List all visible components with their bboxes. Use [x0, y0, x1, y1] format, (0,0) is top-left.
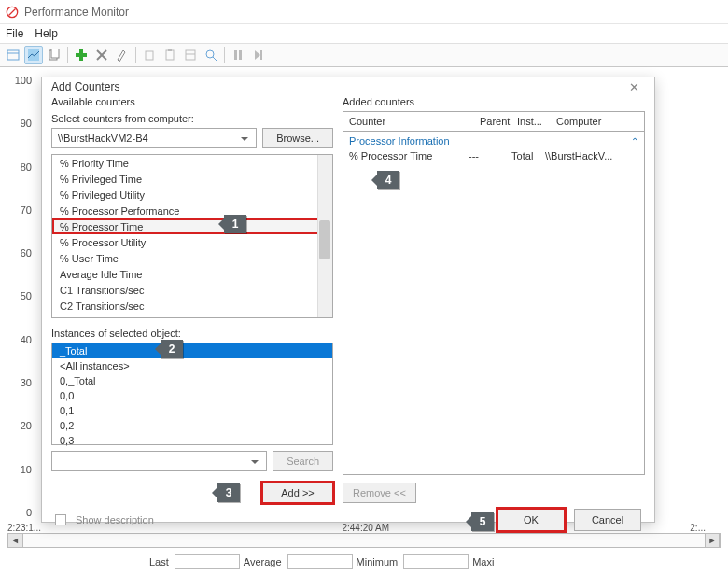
scroll-left-icon[interactable]: ◄	[8, 534, 23, 547]
ytick: 0	[26, 507, 32, 518]
next-icon[interactable]	[249, 46, 268, 64]
tool-perf-icon[interactable]	[24, 46, 43, 64]
counter-item[interactable]: % User Time	[52, 250, 332, 266]
remove-button[interactable]: Remove <<	[343, 483, 416, 503]
svg-rect-21	[260, 50, 262, 60]
svg-rect-12	[166, 50, 174, 60]
svg-rect-11	[146, 51, 153, 60]
svg-rect-8	[76, 53, 87, 57]
instance-item[interactable]: 0,0	[52, 388, 332, 403]
instance-item[interactable]: 0,3	[52, 433, 332, 448]
dialog-title: Add Counters	[51, 80, 119, 93]
added-parent: ---	[469, 150, 506, 161]
toolbar-sep	[67, 47, 68, 63]
close-icon[interactable]: ✕	[623, 77, 645, 96]
counter-item[interactable]: % Privileged Utility	[52, 187, 332, 203]
svg-rect-2	[7, 50, 19, 60]
counter-item[interactable]: C2 Transitions/sec	[52, 298, 332, 314]
ytick: 70	[21, 204, 32, 216]
ok-button[interactable]: OK	[497, 509, 565, 531]
xtick-left: 2:23:1...	[7, 523, 41, 533]
add-icon[interactable]	[72, 46, 91, 64]
counter-item[interactable]: Average Idle Time	[52, 266, 332, 282]
annotation-4: 4	[377, 171, 399, 189]
show-desc-label: Show description	[76, 514, 154, 525]
instance-search-combo[interactable]	[51, 451, 267, 471]
delete-icon[interactable]	[92, 46, 111, 64]
svg-rect-13	[168, 49, 172, 51]
instance-item-selected[interactable]: _Total	[52, 343, 332, 358]
added-label: Added counters	[343, 96, 645, 107]
svg-line-17	[213, 57, 217, 61]
ytick: 30	[21, 377, 32, 388]
instance-item[interactable]: 0,2	[52, 418, 332, 433]
col-parent[interactable]: Parent	[474, 116, 511, 127]
xtick-right: 2:...	[690, 523, 706, 533]
svg-point-16	[206, 50, 214, 58]
added-group[interactable]: Processor Information ⌃	[343, 132, 644, 148]
ytick: 80	[21, 161, 32, 173]
stat-min-label: Minimum	[357, 556, 399, 567]
added-columns: Counter Parent Inst... Computer	[343, 111, 645, 132]
instances-label: Instances of selected object:	[51, 328, 333, 339]
scroll-thumb[interactable]	[319, 220, 330, 259]
added-panel: Added counters Counter Parent Inst... Co…	[343, 96, 645, 503]
col-inst[interactable]: Inst...	[511, 116, 551, 127]
svg-rect-14	[186, 50, 195, 60]
stat-max-label: Maxi	[472, 556, 494, 567]
ytick: 20	[21, 420, 32, 431]
counters-list[interactable]: % Priority Time % Privileged Time % Priv…	[51, 154, 333, 318]
annotation-1: 1	[224, 215, 246, 233]
added-comp: \\BurstHackV...	[545, 150, 638, 161]
menu-help[interactable]: Help	[35, 27, 58, 40]
tool-copy-icon[interactable]	[45, 46, 63, 64]
added-inst: _Total	[506, 150, 545, 161]
tool-view-icon[interactable]	[4, 46, 22, 64]
show-desc-checkbox[interactable]	[55, 514, 66, 525]
pause-icon[interactable]	[229, 46, 247, 64]
props-icon[interactable]	[181, 46, 200, 64]
copy-icon[interactable]	[140, 46, 159, 64]
select-from-label: Select counters from computer:	[51, 113, 333, 124]
counter-item[interactable]: % Privileged Time	[52, 171, 332, 187]
instance-item[interactable]: 0,_Total	[52, 373, 332, 388]
ytick: 100	[15, 75, 32, 86]
toolbar-sep-2	[135, 47, 136, 63]
stats-bar: Last Average Minimum Maxi	[0, 553, 728, 570]
toolbar	[0, 43, 728, 67]
counter-item[interactable]: % Processor Performance	[52, 203, 332, 218]
scroll-right-icon[interactable]: ►	[705, 534, 720, 547]
collapse-icon[interactable]: ⌃	[631, 136, 638, 147]
cancel-button[interactable]: Cancel	[574, 509, 641, 531]
zoom-icon[interactable]	[202, 46, 220, 64]
menu-file[interactable]: File	[6, 27, 23, 40]
computer-combo[interactable]: \\BurstHackVM2-B4	[51, 128, 257, 148]
add-button[interactable]: Add >>	[262, 483, 333, 503]
search-button[interactable]: Search	[273, 451, 333, 471]
col-counter[interactable]: Counter	[343, 116, 474, 127]
svg-rect-18	[234, 50, 237, 60]
counter-item[interactable]: % Priority Time	[52, 155, 332, 171]
counter-item[interactable]: % Processor Utility	[52, 234, 332, 250]
instance-item[interactable]: 0,1	[52, 403, 332, 418]
toolbar-sep-3	[224, 47, 225, 63]
title-bar: Performance Monitor	[0, 0, 728, 24]
instances-list[interactable]: _Total <All instances> 0,_Total 0,0 0,1 …	[51, 343, 333, 445]
menu-bar: File Help	[0, 24, 728, 43]
counters-scrollbar[interactable]	[317, 155, 332, 317]
ytick: 60	[21, 247, 32, 259]
instance-item[interactable]: <All instances>	[52, 358, 332, 373]
counter-item[interactable]: C1 Transitions/sec	[52, 282, 332, 298]
added-counter-row[interactable]: % Processor Time --- _Total \\BurstHackV…	[343, 148, 644, 163]
svg-line-1	[9, 8, 16, 15]
browse-button[interactable]: Browse...	[262, 128, 333, 148]
annotation-2: 2	[161, 340, 183, 358]
app-title: Performance Monitor	[24, 6, 129, 19]
col-computer[interactable]: Computer	[551, 116, 644, 127]
annotation-5: 5	[471, 512, 494, 531]
counter-item-selected[interactable]: % Processor Time	[52, 218, 332, 234]
added-list[interactable]: Processor Information ⌃ % Processor Time…	[343, 132, 645, 475]
paste-icon[interactable]	[161, 46, 179, 64]
ytick: 90	[21, 118, 32, 129]
highlight-icon[interactable]	[113, 46, 132, 64]
